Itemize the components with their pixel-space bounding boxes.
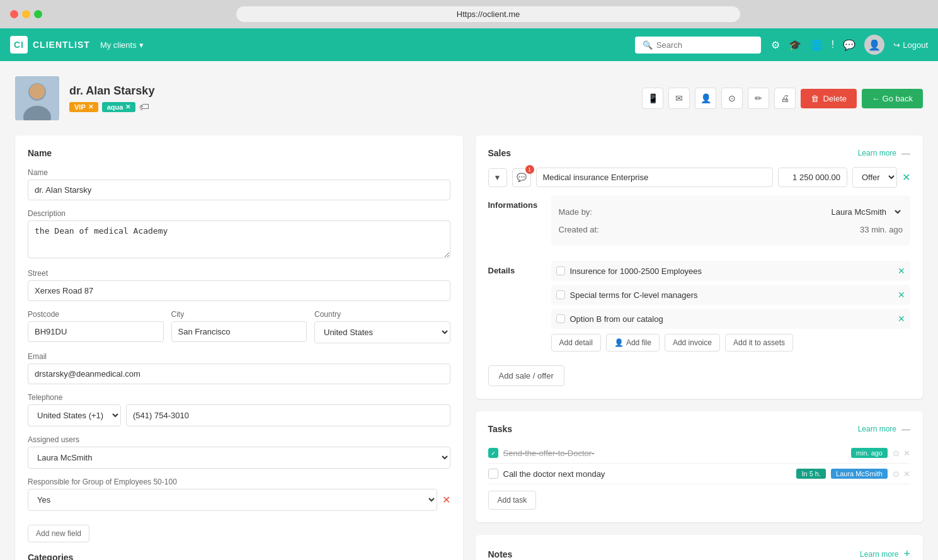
description-input[interactable]: the Dean of medical Academy [28, 220, 450, 258]
main-content: dr. Alan Starsky VIP ✕ aqua ✕ 🏷 📱 ✉ 👤 ⊙ … [0, 61, 938, 560]
task-checkbox-0[interactable]: ✓ [488, 448, 498, 458]
tasks-learn-more[interactable]: Learn more [858, 425, 896, 433]
detail-checkbox-1[interactable] [556, 290, 565, 299]
detail-remove-0[interactable]: ✕ [898, 266, 905, 276]
sale-notify[interactable]: 💬 1 [512, 168, 531, 187]
client-avatar [15, 76, 59, 120]
task-badge-0: min. ago [851, 448, 888, 458]
edit-icon-button[interactable]: ✏ [748, 88, 769, 109]
informations-label: Informations [488, 195, 539, 253]
task-checkbox-1[interactable] [488, 469, 498, 479]
country-select[interactable]: United States [314, 321, 450, 343]
task-view-icon-1[interactable]: ⊙ [893, 469, 900, 479]
name-input[interactable] [28, 180, 450, 200]
detail-checkbox-0[interactable] [556, 266, 565, 275]
task-remove-icon-1[interactable]: ✕ [903, 469, 910, 479]
task-view-icon-0[interactable]: ⊙ [893, 449, 900, 458]
exclamation-icon[interactable]: ! [832, 39, 834, 50]
city-input[interactable] [171, 321, 307, 342]
minimize-dot[interactable] [22, 10, 30, 18]
go-back-button[interactable]: ← Go back [862, 89, 923, 108]
address-bar[interactable]: Https://oclient.me [236, 6, 740, 22]
client-name: dr. Alan Starsky [69, 84, 154, 98]
client-header: dr. Alan Starsky VIP ✕ aqua ✕ 🏷 📱 ✉ 👤 ⊙ … [15, 76, 923, 120]
client-details-card: Name Name Description the Dean of medica… [15, 135, 463, 560]
delete-button[interactable]: 🗑 Delete [801, 89, 857, 108]
print-icon-button[interactable]: 🖨 [774, 88, 796, 109]
notify-badge: 1 [525, 165, 534, 174]
graduation-icon[interactable]: 🎓 [789, 39, 801, 51]
right-panel: Sales Learn more — ▼ 💬 1 [476, 135, 924, 560]
add-detail-button[interactable]: Add detail [551, 334, 601, 351]
add-file-button[interactable]: 👤 Add file [606, 334, 660, 351]
task-remove-icon-0[interactable]: ✕ [903, 449, 910, 458]
add-new-field-button[interactable]: Add new field [28, 525, 89, 542]
search-input[interactable] [656, 40, 753, 50]
telephone-country-select[interactable]: United States (+1) [28, 404, 121, 426]
copy-icon-button[interactable]: ⊙ [721, 88, 743, 109]
sale-amount-input[interactable] [778, 168, 847, 187]
add-invoice-button[interactable]: Add invoice [665, 334, 720, 351]
vip-tag-remove[interactable]: ✕ [88, 103, 93, 110]
postcode-label: Postcode [28, 310, 164, 319]
assigned-users-select[interactable]: Laura McSmith [28, 447, 450, 469]
nav-icons: ⚙ 🎓 🌐 ! 💬 👤 ↪ Logout [771, 35, 928, 55]
globe-icon[interactable]: 🌐 [810, 39, 823, 51]
detail-remove-1[interactable]: ✕ [898, 290, 905, 300]
detail-text-2: Option B from our catalog [570, 314, 893, 324]
postcode-input[interactable] [28, 321, 164, 342]
logo-area: CI CLIENTLIST [10, 36, 90, 54]
address-row: Postcode City Country United States [28, 310, 450, 343]
settings-icon[interactable]: ⚙ [771, 39, 780, 51]
add-to-assets-button[interactable]: Add it to assets [725, 334, 793, 351]
task-actions-1: ⊙ ✕ [893, 469, 910, 479]
tag-add-icon[interactable]: 🏷 [139, 101, 149, 113]
telephone-row: United States (+1) [28, 404, 450, 426]
sale-name-input[interactable] [536, 168, 774, 187]
notes-add-icon[interactable]: + [903, 547, 910, 560]
email-icon-button[interactable]: ✉ [668, 88, 690, 109]
tasks-collapse-icon[interactable]: — [901, 424, 910, 434]
logout-button[interactable]: ↪ Logout [893, 40, 928, 50]
search-box[interactable]: 🔍 [635, 37, 761, 54]
sale-details-area: Details Insurence for 1000-2500 Employee… [488, 261, 911, 351]
close-dot[interactable] [10, 10, 18, 18]
responsible-group-field: Responsible for Group of Employees 50-10… [28, 477, 450, 511]
logo-text: CLIENTLIST [33, 40, 90, 50]
maximize-dot[interactable] [34, 10, 42, 18]
detail-item-1: Special terms for C-level managers ✕ [551, 285, 911, 305]
detail-remove-2[interactable]: ✕ [898, 314, 905, 324]
tasks-actions: Learn more — [858, 424, 910, 434]
detail-text-1: Special terms for C-level managers [570, 290, 893, 300]
sale-collapse-button[interactable]: ▼ [488, 168, 507, 187]
sales-learn-more[interactable]: Learn more [858, 149, 896, 157]
sale-status-select[interactable]: Offer [852, 167, 897, 188]
sale-remove-icon[interactable]: ✕ [902, 171, 910, 183]
aqua-tag-remove[interactable]: ✕ [125, 103, 130, 110]
detail-item-2: Option B from our catalog ✕ [551, 309, 911, 329]
notes-learn-more[interactable]: Learn more [860, 550, 898, 559]
add-sale-offer-button[interactable]: Add sale / offer [488, 365, 564, 386]
description-field-group: Description the Dean of medical Academy [28, 209, 450, 260]
mobile-icon-button[interactable]: 📱 [642, 88, 663, 109]
logo-icon: CI [10, 36, 28, 54]
responsible-group-remove[interactable]: ✕ [442, 494, 450, 506]
user-icon-button[interactable]: 👤 [695, 88, 716, 109]
notes-actions: Learn more + [860, 547, 910, 560]
telephone-label: Telephone [28, 393, 450, 402]
made-by-select[interactable] [890, 207, 903, 217]
avatar[interactable]: 👤 [864, 35, 884, 55]
two-column-layout: Name Name Description the Dean of medica… [15, 135, 923, 560]
my-clients-nav[interactable]: My clients ▾ [100, 40, 144, 50]
notes-card: Notes Learn more + [476, 535, 924, 560]
street-input[interactable] [28, 280, 450, 301]
add-task-button[interactable]: Add task [488, 491, 537, 510]
city-group: City [171, 310, 307, 343]
chat-icon[interactable]: 💬 [843, 39, 855, 51]
telephone-input[interactable] [126, 404, 450, 426]
email-input[interactable] [28, 363, 450, 384]
responsible-group-row: Yes ✕ [28, 489, 450, 511]
detail-checkbox-2[interactable] [556, 314, 565, 323]
responsible-group-select[interactable]: Yes [28, 489, 437, 511]
sales-collapse-icon[interactable]: — [901, 148, 910, 158]
